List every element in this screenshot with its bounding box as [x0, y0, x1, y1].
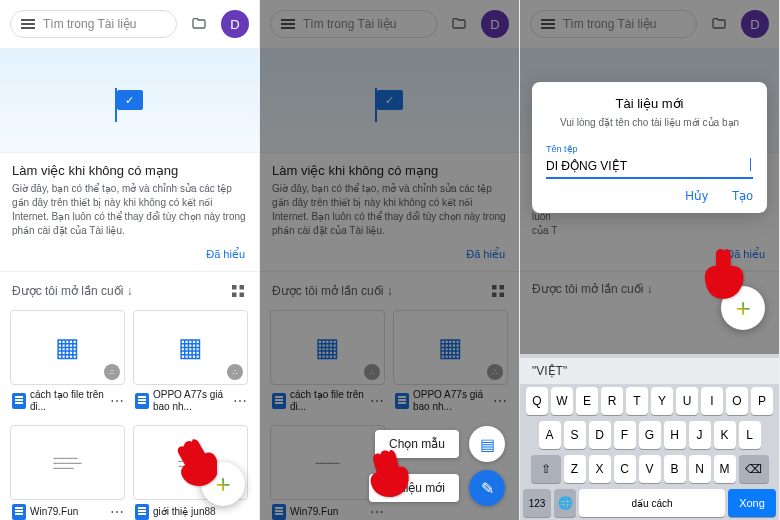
- grid-view-icon[interactable]: [229, 282, 247, 300]
- svg-rect-0: [232, 285, 237, 290]
- key-r[interactable]: R: [601, 387, 623, 415]
- key-shift[interactable]: ⇧: [531, 455, 561, 483]
- key-v[interactable]: V: [639, 455, 661, 483]
- key-y[interactable]: Y: [651, 387, 673, 415]
- folder-button[interactable]: [445, 10, 473, 38]
- svg-rect-7: [500, 293, 505, 298]
- filename-input[interactable]: DI ĐỘNG VIỆT: [546, 156, 753, 179]
- docs-icon: [12, 393, 26, 409]
- doc-card[interactable]: ▦⛬ OPPO A77s giá bao nh...⋯: [133, 310, 248, 417]
- avatar[interactable]: D: [481, 10, 509, 38]
- dialog-title: Tài liệu mới: [546, 96, 753, 111]
- svg-rect-1: [240, 285, 245, 290]
- svg-rect-3: [240, 293, 245, 298]
- key-globe[interactable]: 🌐: [554, 489, 576, 517]
- hero-banner: [260, 48, 519, 153]
- keyboard-suggestion[interactable]: "VIỆT": [520, 358, 779, 384]
- search-placeholder: Tìm trong Tài liệu: [43, 17, 136, 31]
- menu-icon[interactable]: [21, 23, 35, 25]
- svg-rect-4: [492, 285, 497, 290]
- folder-button[interactable]: [705, 10, 733, 38]
- key-g[interactable]: G: [639, 421, 661, 449]
- section-label[interactable]: Được tôi mở lần cuối ↓: [532, 282, 653, 296]
- docs-icon: [135, 504, 149, 520]
- docs-icon: [135, 393, 149, 409]
- key-j[interactable]: J: [689, 421, 711, 449]
- key-i[interactable]: I: [701, 387, 723, 415]
- hero-body: Giờ đây, bạn có thể tạo, mở và chỉnh sửa…: [272, 182, 507, 238]
- keyboard: "VIỆT" QWERTYUIOP ASDFGHJKL ⇧ZXCVBNM⌫ 12…: [520, 354, 779, 520]
- key-space[interactable]: dấu cách: [579, 489, 725, 517]
- shared-badge: ⛬: [104, 364, 120, 380]
- docs-icon: [12, 504, 26, 520]
- more-icon[interactable]: ⋯: [110, 393, 123, 409]
- key-s[interactable]: S: [564, 421, 586, 449]
- key-k[interactable]: K: [714, 421, 736, 449]
- grid-view-icon[interactable]: [489, 282, 507, 300]
- avatar[interactable]: D: [741, 10, 769, 38]
- section-label[interactable]: Được tôi mở lần cuối ↓: [12, 284, 133, 298]
- dialog-subtitle: Vui lòng đặt tên cho tài liệu mới của bạ…: [546, 117, 753, 128]
- key-e[interactable]: E: [576, 387, 598, 415]
- menu-icon[interactable]: [281, 23, 295, 25]
- key-p[interactable]: P: [751, 387, 773, 415]
- svg-rect-5: [500, 285, 505, 290]
- more-icon[interactable]: ⋯: [110, 504, 123, 520]
- key-w[interactable]: W: [551, 387, 573, 415]
- hero-banner: [0, 48, 259, 153]
- filename-label: Tên tệp: [546, 144, 578, 154]
- cancel-button[interactable]: Hủy: [685, 189, 708, 203]
- got-it-button[interactable]: Đã hiểu: [260, 248, 519, 271]
- pointer-annotation: [171, 434, 217, 490]
- hero-title: Làm việc khi không có mạng: [272, 163, 507, 178]
- key-n[interactable]: N: [689, 455, 711, 483]
- plus-icon: +: [215, 469, 230, 500]
- section-label[interactable]: Được tôi mở lần cuối ↓: [272, 284, 393, 298]
- pointer-annotation: [703, 245, 749, 301]
- key-f[interactable]: F: [614, 421, 636, 449]
- key-z[interactable]: Z: [564, 455, 586, 483]
- key-numbers[interactable]: 123: [523, 489, 551, 517]
- key-q[interactable]: Q: [526, 387, 548, 415]
- new-doc-dialog: Tài liệu mới Vui lòng đặt tên cho tài li…: [532, 82, 767, 213]
- key-d[interactable]: D: [589, 421, 611, 449]
- flag-icon: [377, 90, 403, 110]
- folder-button[interactable]: [185, 10, 213, 38]
- key-b[interactable]: B: [664, 455, 686, 483]
- key-o[interactable]: O: [726, 387, 748, 415]
- shared-badge: ⛬: [227, 364, 243, 380]
- pen-icon: ✎: [469, 470, 505, 506]
- menu-icon[interactable]: [541, 23, 555, 25]
- template-icon: ▤: [469, 426, 505, 462]
- pointer-annotation: [363, 444, 409, 500]
- search-box[interactable]: Tìm trong Tài liệu: [270, 10, 437, 38]
- key-t[interactable]: T: [626, 387, 648, 415]
- search-placeholder: Tìm trong Tài liệu: [563, 17, 656, 31]
- search-box[interactable]: Tìm trong Tài liệu: [10, 10, 177, 38]
- got-it-button[interactable]: Đã hiểu: [0, 248, 259, 271]
- key-backspace[interactable]: ⌫: [739, 455, 769, 483]
- doc-card[interactable]: ▦⛬ OPPO A77s giá bao nh...⋯: [393, 310, 508, 417]
- search-box[interactable]: Tìm trong Tài liệu: [530, 10, 697, 38]
- key-done[interactable]: Xong: [728, 489, 776, 517]
- create-button[interactable]: Tạo: [732, 189, 753, 203]
- hero-title: Làm việc khi không có mạng: [12, 163, 247, 178]
- key-u[interactable]: U: [676, 387, 698, 415]
- doc-card[interactable]: ▦⛬ cách tạo file trên đi...⋯: [270, 310, 385, 417]
- more-icon[interactable]: ⋯: [233, 393, 246, 409]
- key-l[interactable]: L: [739, 421, 761, 449]
- doc-card[interactable]: ▦⛬ cách tạo file trên đi...⋯: [10, 310, 125, 417]
- hero-body: Giờ đây, bạn có thể tạo, mở và chỉnh sửa…: [12, 182, 247, 238]
- key-h[interactable]: H: [664, 421, 686, 449]
- search-placeholder: Tìm trong Tài liệu: [303, 17, 396, 31]
- flag-icon: [117, 90, 143, 110]
- svg-rect-6: [492, 293, 497, 298]
- doc-card[interactable]: ▬▬▬▬▬▬▬▬▬▬▬▬▬▬▬▬▬▬ Win79.Fun⋯: [10, 425, 125, 520]
- key-m[interactable]: M: [714, 455, 736, 483]
- key-a[interactable]: A: [539, 421, 561, 449]
- svg-rect-2: [232, 293, 237, 298]
- key-x[interactable]: X: [589, 455, 611, 483]
- key-c[interactable]: C: [614, 455, 636, 483]
- avatar[interactable]: D: [221, 10, 249, 38]
